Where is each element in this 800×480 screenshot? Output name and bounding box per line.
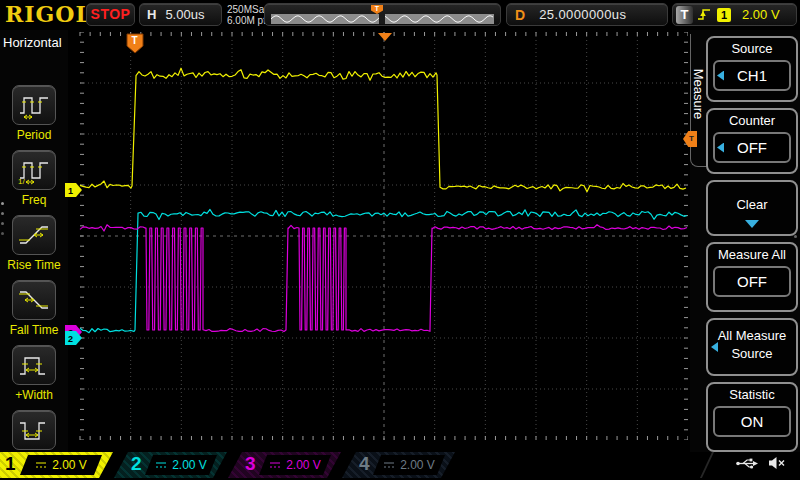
left-measure-menu: Horizontal Period 1/ Freq Rise Time [0,30,68,452]
menu-measure-all-label: Measure All [708,244,796,262]
menu-counter-button[interactable]: Counter OFF [706,108,798,174]
waveform-display-grid: 321T [64,32,688,440]
menu-measure-all-value: OFF [713,266,791,297]
rising-edge-icon [697,7,712,22]
all-measure-line2: Source [708,343,796,361]
channel-status-bar: 1 2.00 V 2 2.00 V 3 2.00 V 4 2.00 V [0,452,800,478]
menu-clear-label: Clear [708,182,796,212]
menu-statistic-value: ON [713,406,791,437]
delay-label: D [515,7,525,23]
menu-statistic-button[interactable]: Statistic ON [706,382,798,452]
fall-time-icon [17,285,51,315]
channel-scale-box: 2.00 V [373,455,445,475]
tab-measure[interactable]: Measure [690,43,706,145]
menu-source-label: Source [708,38,796,56]
dc-coupling-icon [155,461,167,469]
trigger-source-badge: 1 [717,8,731,22]
chevron-left-icon [717,143,724,153]
dc-coupling-icon [269,461,281,469]
channel-1-status[interactable]: 1 2.00 V [0,452,114,478]
menu-counter-value: OFF [713,132,791,163]
trigger-info-box[interactable]: T 1 2.00 V [672,3,797,26]
channel-number: 3 [245,453,256,475]
horizontal-timebase-box[interactable]: H 5.00us [139,3,222,26]
channel-2-status[interactable]: 2 2.00 V [114,452,228,478]
menu-statistic-label: Statistic [708,384,796,402]
memory-bar [271,14,494,24]
channel-scale-box: 2.00 V [259,455,331,475]
system-status-icons [735,456,786,470]
delay-position-triangle[interactable] [378,33,392,41]
oscilloscope-screen: { "top_bar": { "logo": "RIGOL", "run_sta… [0,0,800,480]
memory-trigger-flag: T [371,5,383,14]
usb-icon [735,457,759,470]
run-state-indicator[interactable]: STOP [86,3,135,26]
ground-marker-label: 1 [68,186,73,196]
channel-number: 4 [359,453,370,475]
rise-time-icon [17,220,51,250]
menu-item-freq[interactable]: 1/ Freq [0,150,68,207]
plus-width-icon [17,350,51,380]
ground-marker-label: 2 [68,334,73,344]
trigger-label-chip: T [676,6,693,24]
menu-item-label: Fall Time [0,323,68,337]
timebase-value: 5.00us [165,7,204,22]
menu-item-label: Period [0,128,68,142]
delay-value: 25.0000000us [539,7,626,22]
menu-source-button[interactable]: Source CH1 [706,36,798,102]
menu-clear-button[interactable]: Clear [706,180,798,236]
channel-scale-box: 2.00 V [20,455,102,475]
freq-icon: 1/ [17,155,51,185]
menu-item-label: Freq [0,193,68,207]
rigol-logo: RIGOL [5,1,92,27]
top-status-bar: RIGOL STOP H 5.00us 250MSa/s 6.00M pts T… [0,0,800,30]
dc-coupling-icon [383,461,395,469]
statusbar-separator [700,452,714,478]
channel-scale-box: 2.00 V [145,455,217,475]
minus-width-icon [17,415,51,445]
menu-counter-label: Counter [708,110,796,128]
menu-item-label: +Width [0,388,68,402]
period-icon [17,90,51,120]
channel-3-status[interactable]: 3 2.00 V [228,452,342,478]
memory-window-notch [379,14,385,24]
svg-text:1/: 1/ [18,177,25,185]
trigger-delay-box[interactable]: D 25.0000000us [506,3,668,26]
menu-source-value: CH1 [713,60,791,91]
all-measure-line1: All Measure [708,320,796,343]
channel-4-status[interactable]: 4 2.00 V [342,452,456,478]
menu-item-plus-width[interactable]: +Width [0,345,68,402]
channel-number: 2 [131,453,142,475]
menu-item-period[interactable]: Period [0,85,68,142]
speaker-muted-icon [768,456,786,470]
chevron-down-icon [745,220,759,228]
waveform-memory-preview: T [264,3,501,26]
menu-item-label: Rise Time [0,258,68,272]
waveform-ch1 [80,68,686,191]
left-menu-title: Horizontal [3,35,62,50]
menu-item-fall-time[interactable]: Fall Time [0,280,68,337]
dc-coupling-icon [35,461,47,469]
right-measure-menu: Measure T Source CH1 Counter OFF Clear M… [690,30,800,452]
menu-all-measure-source-button[interactable]: All Measure Source [706,318,798,376]
trigger-flag-label: T [132,35,138,46]
channel-number: 1 [5,453,16,475]
chevron-left-icon [717,71,724,81]
horizontal-label: H [147,7,156,22]
trigger-level-value: 2.00 V [742,7,780,22]
menu-measure-all-button[interactable]: Measure All OFF [706,242,798,312]
menu-item-rise-time[interactable]: Rise Time [0,215,68,272]
